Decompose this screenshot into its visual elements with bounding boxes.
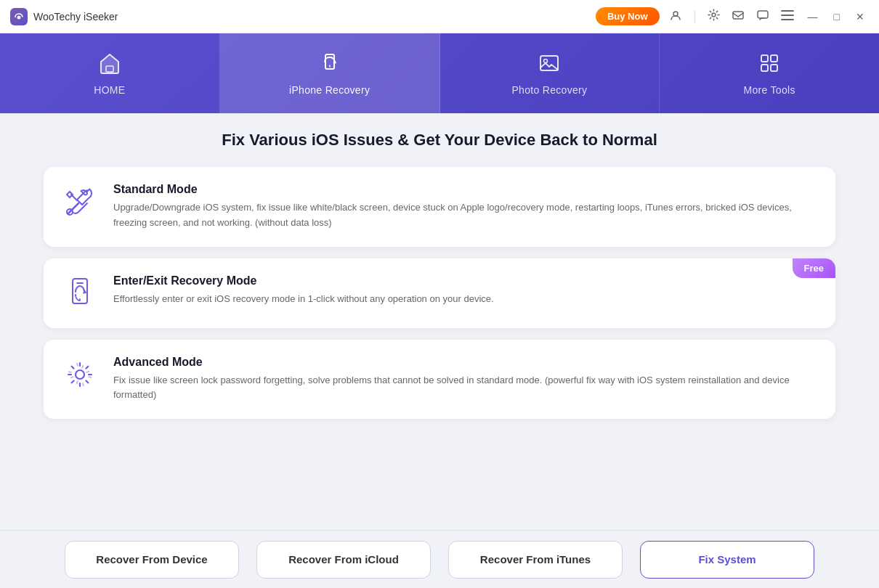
minimize-button[interactable]: — — [803, 9, 822, 24]
svg-rect-4 — [733, 12, 743, 19]
user-icon[interactable] — [667, 7, 684, 27]
gear-icon — [61, 356, 99, 393]
recovery-mode-title: Enter/Exit Recovery Mode — [113, 274, 818, 287]
svg-rect-12 — [761, 65, 768, 71]
recovery-mode-body: Enter/Exit Recovery Mode Effortlessly en… — [113, 274, 818, 307]
settings-icon[interactable] — [705, 7, 722, 26]
svg-rect-13 — [771, 65, 777, 71]
mail-icon[interactable] — [729, 7, 747, 27]
standard-mode-desc: Upgrade/Downgrade iOS system, fix issue … — [113, 200, 818, 231]
maximize-button[interactable]: □ — [830, 9, 844, 24]
nav-label-iphone-recovery: iPhone Recovery — [289, 84, 370, 96]
free-badge: Free — [793, 258, 835, 278]
svg-point-16 — [76, 370, 84, 379]
phone-recovery-icon — [61, 274, 99, 312]
standard-mode-card[interactable]: Standard Mode Upgrade/Downgrade iOS syst… — [44, 167, 835, 247]
nav-item-iphone-recovery[interactable]: iPhone Recovery — [220, 33, 440, 113]
standard-mode-body: Standard Mode Upgrade/Downgrade iOS syst… — [113, 183, 818, 231]
chat-icon[interactable] — [754, 7, 771, 27]
menu-icon[interactable] — [779, 8, 796, 25]
main-content: Fix Various iOS Issues & Get Your Device… — [0, 113, 879, 530]
nav-label-photo-recovery: Photo Recovery — [511, 84, 587, 96]
recover-from-itunes-button[interactable]: Recover From iTunes — [448, 541, 623, 579]
nav-item-more-tools[interactable]: More Tools — [660, 33, 879, 113]
recover-from-device-button[interactable]: Recover From Device — [65, 541, 239, 579]
nav-label-more-tools: More Tools — [744, 84, 795, 96]
app-icon — [10, 8, 28, 25]
svg-rect-10 — [761, 55, 768, 62]
svg-rect-5 — [758, 11, 768, 18]
home-icon — [98, 52, 121, 78]
advanced-mode-title: Advanced Mode — [113, 356, 818, 369]
standard-mode-title: Standard Mode — [113, 183, 818, 196]
nav-item-photo-recovery[interactable]: Photo Recovery — [440, 33, 660, 113]
recover-from-icloud-button[interactable]: Recover From iCloud — [256, 541, 431, 579]
recovery-mode-card[interactable]: Free Enter/Exit Recovery Mode Effortless… — [44, 258, 835, 328]
advanced-mode-desc: Fix issue like screen lock password forg… — [113, 373, 818, 404]
advanced-mode-card[interactable]: Advanced Mode Fix issue like screen lock… — [44, 340, 835, 420]
svg-point-1 — [17, 15, 21, 19]
buy-now-button[interactable]: Buy Now — [596, 7, 660, 25]
svg-point-3 — [712, 13, 716, 17]
svg-point-2 — [673, 12, 678, 16]
navbar: HOME iPhone Recovery Photo Recovery — [0, 33, 879, 113]
wrench-icon — [61, 183, 99, 221]
grid-icon — [758, 52, 781, 78]
titlebar-right: Buy Now — □ ✕ — [596, 7, 869, 27]
recovery-mode-desc: Effortlessly enter or exit iOS recovery … — [113, 292, 818, 307]
refresh-icon — [318, 52, 341, 78]
titlebar-left: WooTechy iSeeker — [10, 8, 118, 25]
svg-rect-11 — [771, 55, 777, 62]
page-title: Fix Various iOS Issues & Get Your Device… — [44, 131, 835, 150]
titlebar: WooTechy iSeeker Buy Now — □ ✕ — [0, 0, 879, 33]
advanced-mode-body: Advanced Mode Fix issue like screen lock… — [113, 356, 818, 404]
svg-point-9 — [544, 59, 548, 62]
image-icon — [538, 52, 561, 78]
fix-system-button[interactable]: Fix System — [640, 541, 814, 579]
app-title: WooTechy iSeeker — [33, 11, 118, 23]
close-button[interactable]: ✕ — [851, 9, 869, 24]
bottom-bar: Recover From Device Recover From iCloud … — [0, 530, 879, 588]
nav-item-home[interactable]: HOME — [0, 33, 220, 113]
nav-label-home: HOME — [94, 84, 125, 96]
titlebar-divider — [694, 10, 695, 23]
